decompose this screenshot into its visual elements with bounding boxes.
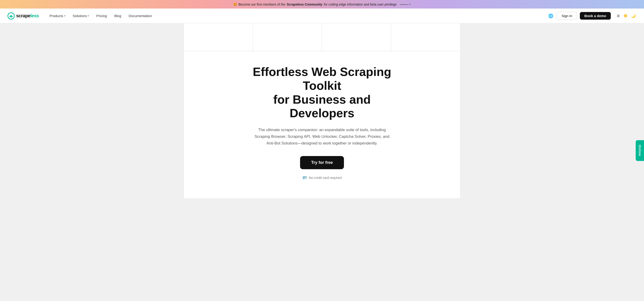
- nav-label-blog: Blog: [114, 14, 121, 18]
- nav-item-pricing[interactable]: Pricing: [93, 12, 110, 20]
- light-mode-icon[interactable]: ☀️: [622, 13, 629, 19]
- online-widget[interactable]: Online: [636, 140, 644, 161]
- announcement-banner[interactable]: 🤩 Become our first members of the Scrape…: [0, 0, 644, 8]
- grid-card-3: [322, 23, 391, 51]
- logo-text: scrapeless: [16, 13, 39, 18]
- banner-text-after: for cutting edge information and beta us…: [324, 2, 396, 6]
- banner-emoji: 🤩: [233, 2, 237, 6]
- hero-title-line2: for Business and Developers: [273, 93, 371, 120]
- nav-item-solutions[interactable]: Solutions ▾: [70, 12, 92, 20]
- nav-item-products[interactable]: Products ▾: [46, 12, 68, 20]
- chevron-down-icon: ▾: [88, 14, 89, 17]
- hero-title: Effortless Web Scraping Toolkit for Busi…: [241, 65, 403, 120]
- grid-card-4: [391, 23, 460, 51]
- logo[interactable]: scrapeless: [8, 12, 39, 20]
- navbar: scrapeless Products ▾ Solutions ▾ Pricin…: [0, 8, 644, 23]
- svg-point-0: [8, 13, 14, 19]
- no-credit-note: 🪪 No credit card required: [193, 176, 451, 180]
- nav-item-blog[interactable]: Blog: [111, 12, 124, 20]
- logo-icon: [8, 12, 15, 20]
- no-credit-text: No credit card required: [309, 176, 342, 180]
- chevron-down-icon: ▾: [64, 14, 65, 17]
- svg-point-1: [10, 16, 12, 18]
- nav-label-pricing: Pricing: [96, 14, 107, 18]
- monitor-icon[interactable]: 🖥: [616, 13, 621, 19]
- banner-arrow: ——→: [400, 2, 411, 7]
- try-for-free-button[interactable]: Try for free: [300, 156, 344, 169]
- nav-label-products: Products: [50, 14, 63, 18]
- grid-card-1: [184, 23, 253, 51]
- hero-subtitle: The ultimate scraper's companion: an exp…: [253, 127, 391, 147]
- credit-card-icon: 🪪: [302, 176, 307, 180]
- book-demo-button[interactable]: Book a demo: [580, 12, 611, 20]
- signin-button[interactable]: Sign in: [557, 12, 577, 20]
- nav-label-solutions: Solutions: [73, 14, 87, 18]
- hero-wrapper: Effortless Web Scraping Toolkit for Busi…: [0, 23, 644, 301]
- hero-section: Effortless Web Scraping Toolkit for Busi…: [184, 51, 460, 199]
- hero-cta-wrapper: Try for free: [193, 156, 451, 174]
- grid-card-2: [253, 23, 322, 51]
- banner-brand: Scrapeless Community: [287, 2, 322, 6]
- nav-label-documentation: Documentation: [128, 14, 152, 18]
- nav-links: Products ▾ Solutions ▾ Pricing Blog Docu…: [46, 12, 548, 20]
- hero-title-line1: Effortless Web Scraping Toolkit: [253, 65, 391, 92]
- globe-icon[interactable]: 🌐: [548, 13, 554, 19]
- grid-cards: [184, 23, 460, 51]
- banner-text-before: Become our first members of the: [238, 2, 285, 6]
- nav-actions: 🌐 Sign in Book a demo 🖥 ☀️ 🌙: [548, 12, 636, 20]
- dark-mode-icon[interactable]: 🌙: [630, 13, 636, 19]
- nav-item-documentation[interactable]: Documentation: [125, 12, 155, 20]
- theme-controls: 🖥 ☀️ 🌙: [616, 13, 636, 19]
